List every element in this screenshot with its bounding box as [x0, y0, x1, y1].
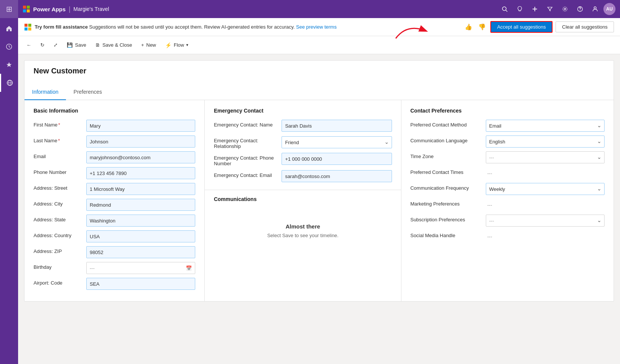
label-email: Email: [34, 151, 86, 159]
svg-rect-17: [24, 24, 28, 27]
input-state[interactable]: [86, 215, 195, 227]
label-subscription: Subscription Preferences: [410, 215, 486, 222]
input-firstname[interactable]: [86, 120, 195, 132]
topbar-divider: |: [69, 5, 70, 13]
lightbulb-icon[interactable]: [513, 2, 527, 16]
help-icon[interactable]: [573, 2, 587, 16]
emergency-title: Emergency Contact: [214, 108, 392, 114]
emergency-section: Emergency Contact Emergency Contact: Nam…: [205, 100, 401, 301]
search-icon[interactable]: [498, 2, 511, 16]
tab-preferences[interactable]: Preferences: [66, 84, 109, 100]
form-row-ec-phone: Emergency Contact: Phone Number: [214, 153, 392, 166]
refresh-button[interactable]: ↻: [37, 40, 48, 50]
select-subscription-dropdown[interactable]: --- Newsletter Promotions: [486, 215, 605, 227]
label-pref-contact: Preferred Contact Method: [410, 120, 486, 128]
select-ec-rel-dropdown[interactable]: Friend Spouse Parent Sibling: [282, 136, 392, 148]
label-ec-name: Emergency Contact: Name: [214, 120, 282, 128]
form-row-country: Address: Country: [34, 230, 195, 242]
select-comm-freq[interactable]: Weekly Daily Monthly: [486, 183, 605, 195]
input-zip[interactable]: [86, 246, 195, 258]
form-row-subscription: Subscription Preferences --- Newsletter …: [410, 215, 605, 227]
select-pref-contact[interactable]: Email Phone SMS: [486, 120, 605, 132]
label-marketing: Marketing Preferences: [410, 199, 486, 207]
sidebar-item-recent[interactable]: [0, 38, 18, 56]
label-comm-freq: Communication Frequency: [410, 183, 486, 191]
almost-there-subtitle: Select Save to see your timeline.: [267, 233, 338, 238]
form-row-marketing: Marketing Preferences ---: [410, 199, 605, 211]
save-button[interactable]: 💾 Save: [63, 40, 90, 50]
select-timezone-dropdown[interactable]: --- Pacific Time Eastern Time: [486, 151, 605, 163]
input-airport[interactable]: [86, 278, 195, 290]
open-new-window-button[interactable]: ⤢: [50, 40, 61, 50]
new-icon: +: [141, 42, 144, 48]
tabs: Information Preferences: [24, 84, 614, 100]
communications-content: Almost there Select Save to see your tim…: [214, 208, 392, 247]
svg-rect-19: [24, 27, 28, 30]
svg-rect-20: [28, 27, 31, 30]
flow-icon: ⚡: [165, 42, 171, 48]
svg-rect-18: [28, 24, 31, 27]
select-comm-freq-dropdown[interactable]: Weekly Daily Monthly: [486, 183, 605, 195]
person-icon[interactable]: [588, 2, 602, 16]
value-marketing: ---: [486, 199, 605, 211]
required-star-lastname: *: [58, 138, 60, 143]
select-comm-lang-dropdown[interactable]: English Spanish French: [486, 136, 605, 148]
save-close-button[interactable]: 🗎 Save & Close: [92, 40, 136, 50]
content-area: New Customer Information Preferences Bas…: [18, 54, 620, 364]
ai-banner-bold: Try form fill assistance: [35, 24, 88, 30]
tab-information[interactable]: Information: [24, 84, 66, 100]
select-pref-contact-dropdown[interactable]: Email Phone SMS: [486, 120, 605, 132]
clear-all-suggestions-button[interactable]: Clear all suggestions: [556, 21, 614, 32]
label-lastname: Last Name*: [34, 136, 86, 143]
input-email[interactable]: [86, 151, 195, 163]
command-bar: ← ↻ ⤢ 💾 Save 🗎 Save & Close + New ⚡ Flow…: [18, 36, 620, 54]
input-ec-name[interactable]: [282, 120, 392, 132]
svg-point-16: [594, 7, 596, 9]
select-timezone[interactable]: --- Pacific Time Eastern Time: [486, 151, 605, 163]
communications-title: Communications: [214, 196, 392, 202]
new-button[interactable]: + New: [137, 40, 160, 50]
flow-chevron-icon: ▾: [186, 43, 188, 47]
brand-label: Power Apps: [33, 6, 66, 12]
svg-line-9: [506, 10, 507, 12]
form-row-ec-email: Emergency Contact: Email: [214, 170, 392, 182]
plus-icon[interactable]: [528, 2, 542, 16]
thumbs-down-btn[interactable]: 👎: [477, 22, 487, 32]
form-row-birthday: Birthday --- 📅: [34, 262, 195, 274]
ai-banner-actions: 👍 👎 Accept all suggestions Clear all sug…: [463, 21, 614, 33]
calendar-icon: 📅: [186, 265, 192, 271]
thumbs-up-btn[interactable]: 👍: [463, 22, 474, 32]
filter-icon[interactable]: [543, 2, 557, 16]
input-country[interactable]: [86, 230, 195, 242]
select-comm-lang[interactable]: English Spanish French: [486, 136, 605, 148]
select-subscription[interactable]: --- Newsletter Promotions: [486, 215, 605, 227]
almost-there-title: Almost there: [286, 223, 320, 230]
form-row-pref-contact: Preferred Contact Method Email Phone SMS: [410, 120, 605, 132]
input-ec-email[interactable]: [282, 170, 392, 182]
select-ec-relationship[interactable]: Friend Spouse Parent Sibling: [282, 136, 392, 148]
user-avatar[interactable]: AU: [603, 3, 615, 15]
svg-rect-5: [27, 6, 30, 9]
accept-all-suggestions-button[interactable]: Accept all suggestions: [490, 21, 553, 33]
back-button[interactable]: ←: [23, 40, 35, 50]
flow-label: Flow: [174, 42, 184, 48]
sidebar-item-home[interactable]: [0, 20, 18, 38]
input-lastname[interactable]: [86, 136, 195, 148]
form-row-comm-freq: Communication Frequency Weekly Daily Mon…: [410, 183, 605, 195]
form-row-ec-name: Emergency Contact: Name: [214, 120, 392, 132]
sidebar-item-favorites[interactable]: [0, 56, 18, 74]
input-phone[interactable]: [86, 167, 195, 179]
label-pref-times: Preferred Contact Times: [410, 167, 486, 175]
input-ec-phone[interactable]: [282, 153, 392, 165]
form-row-street: Address: Street: [34, 183, 195, 195]
flow-button[interactable]: ⚡ Flow ▾: [161, 40, 192, 50]
input-birthday[interactable]: --- 📅: [86, 262, 195, 274]
form-row-state: Address: State: [34, 215, 195, 227]
settings-icon[interactable]: [558, 2, 572, 16]
sidebar-icon-apps[interactable]: ⊞: [0, 0, 18, 18]
basic-info-section: Basic Information First Name* Last Name*…: [24, 100, 205, 301]
input-street[interactable]: [86, 183, 195, 195]
ai-banner-link[interactable]: See preview terms: [296, 24, 337, 30]
sidebar-item-globe[interactable]: [0, 74, 18, 92]
input-city[interactable]: [86, 199, 195, 211]
